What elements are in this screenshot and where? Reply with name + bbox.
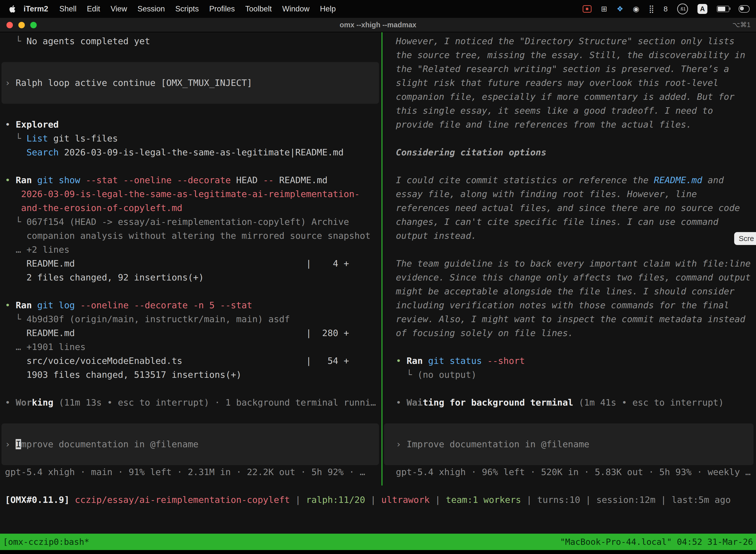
text-segment: Ralph loop active continue [OMX_TMUX_INJ… [16,78,252,88]
text-segment: | [580,495,596,505]
terminal-line: └ (no output) [382,368,756,382]
terminal-line: However, I noticed the "Directory Struct… [382,34,756,48]
text-segment: 067f154 (HEAD -> essay/ai-reimplementati… [26,217,349,227]
menu-status-icons: ⊞ ❖ ◉ ⣿ 8 .61 A [583,3,750,14]
terminal-line: Search 2026-03-09-is-legal-the-same-as-l… [0,146,381,159]
terminal-line: companion file, especially if more comme… [382,90,756,104]
screen-edge-tab[interactable]: Scre [734,232,756,245]
text-segment: including verification notes with those … [396,300,729,310]
tmux-session-label: [omx-cczip0:bash* [3,537,89,547]
battery-icon[interactable] [717,6,729,12]
dots-grid-icon[interactable]: ⣿ [649,5,654,13]
menu-item-edit[interactable]: Edit [87,4,100,13]
text-segment: • [5,300,16,310]
text-segment: essay file, along with finding root file… [396,189,697,199]
terminal-line: and-the-erosion-of-copyleft.md [0,201,381,215]
battery-cycle-badge[interactable]: .61 [677,3,688,14]
terminal-line: • Explored [0,118,381,131]
text-segment: changes, I can't cite specific file line… [396,217,718,227]
text-segment: README.md [654,175,702,185]
terminal-line: • Ran git show --stat --oneline --decora… [0,173,381,187]
terminal-line: • Ran git status --short [382,354,756,368]
blank-line [382,131,756,146]
grid-icon[interactable]: ⊞ [601,5,607,13]
text-segment: … +2 lines [5,244,69,255]
text-segment: the "Related research writing" section i… [396,64,729,74]
terminal-line: changes, I can't cite specific file line… [382,215,756,229]
prompt-input[interactable]: › Improve documentation in @filename [384,424,754,465]
text-segment: git log [37,300,75,310]
text-segment: --oneline --decorate -n 5 --stat [80,300,252,310]
text-segment [75,300,80,310]
menu-item-toolbelt[interactable]: Toolbelt [245,4,272,13]
text-segment: | [655,495,672,505]
menu-item-profiles[interactable]: Profiles [209,4,235,13]
text-segment: Improve documentation in @filename [406,439,589,449]
text-segment [32,175,37,185]
terminal-line: • Waiting for background terminal (1m 41… [382,396,756,409]
menu-item-session[interactable]: Session [137,4,165,13]
text-segment: Wai [406,397,423,407]
text-segment: gpt-5.4 xhigh · 96% left · 520K in · 5.8… [396,467,751,477]
text-segment: However, I noticed the "Directory Struct… [396,36,735,46]
text-segment [573,397,579,407]
terminal-line: this single essay, it seems like a good … [382,104,756,118]
text-segment: Explored [16,119,59,129]
input-source-icon[interactable]: A [697,4,707,14]
text-segment: git show [37,175,80,185]
text-segment: team:1 workers [446,495,521,505]
stat-8-icon[interactable]: 8 [664,5,668,13]
terminal-line: 2026-03-09-is-legal-the-same-as-legitima… [0,187,381,201]
terminal-line: … +2 lines [0,243,381,257]
window-shortcut-badge: ⌥⌘1 [733,18,751,32]
text-segment: this single essay, it seems like a good … [396,106,713,116]
prompt-input[interactable]: › Improve documentation in @filename [1,424,379,465]
text-segment: --short [487,356,525,366]
text-segment: List [26,133,48,144]
menu-item-shell[interactable]: Shell [59,4,76,13]
text-segment: | [430,495,446,505]
text-segment: … +1901 lines [5,342,85,352]
text-segment: | [365,495,381,505]
apple-menu[interactable] [9,5,16,13]
text-segment: README.md | 4 + [5,258,349,269]
text-segment: | [521,495,537,505]
menu-item-iterm2[interactable]: iTerm2 [23,4,48,13]
terminal-line: Considering citation options [382,146,756,159]
text-segment: Search [26,147,59,157]
blank-line [0,159,381,173]
blank-line [0,48,381,62]
terminal-line: output instead. [382,229,756,243]
text-segment: evidence. Since this change only affects… [396,272,751,282]
text-segment: HEAD [231,175,263,185]
right-terminal-pane[interactable]: However, I noticed the "Directory Struct… [382,32,756,486]
app-icon-round[interactable]: ◉ [633,5,639,13]
notice-box: › Ralph loop active continue [OMX_TMUX_I… [1,62,379,104]
text-segment: session:12m [596,495,655,505]
text-segment: Ran [16,300,32,310]
terminal-line: slight risk that future readers may over… [382,76,756,90]
menu-item-scripts[interactable]: Scripts [175,4,199,13]
app-icon-blue[interactable]: ❖ [617,5,623,13]
control-center-icon[interactable] [739,5,750,13]
menu-item-view[interactable]: View [111,4,127,13]
text-segment: └ [5,217,26,227]
terminal-line: • Ran git log --oneline --decorate -n 5 … [0,298,381,312]
text-segment: src/voice/voiceModeEnabled.ts | 54 + [5,356,349,366]
terminal-line: the "Related research writing" section i… [382,62,756,76]
text-segment: ultrawork [381,495,430,505]
menu-item-window[interactable]: Window [282,4,310,13]
battery-nub [730,7,731,10]
screen-recording-icon[interactable] [583,5,591,13]
text-segment: README.md [274,175,328,185]
text-segment: Considering citation options [396,147,547,157]
terminal-line: └ 4b9d30f (origin/main, instructkr/main,… [0,312,381,326]
text-segment: turns:10 [537,495,580,505]
text-segment: review. Also, I might want to inspect th… [396,314,745,324]
text-segment [5,147,26,157]
text-segment: Wor [16,397,32,407]
left-terminal-pane[interactable]: └ No agents completed yet› Ralph loop ac… [0,32,381,486]
terminal-line: The team guideline is to back every impo… [382,257,756,271]
menu-item-help[interactable]: Help [320,4,336,13]
text-segment: The team guideline is to back every impo… [396,258,751,269]
